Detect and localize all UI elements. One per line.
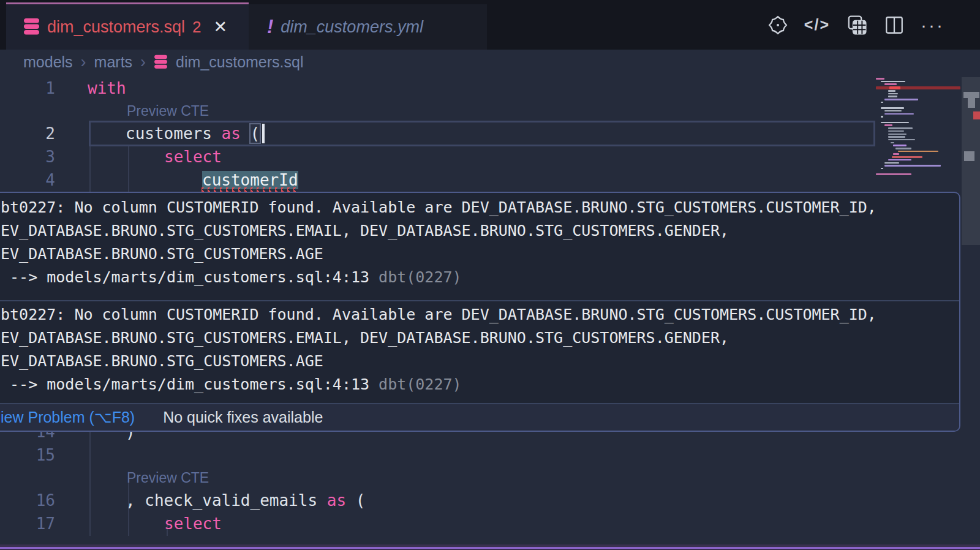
no-quick-fixes-text: No quick fixes available (163, 409, 323, 426)
diagnostic-source: dbt(0227) (379, 268, 461, 286)
scrollbar-selection-marker (963, 92, 979, 98)
code-line-4: 4 customerId (0, 168, 980, 192)
warning-icon: ! (267, 16, 273, 38)
error-token-customerid[interactable]: customerId (202, 171, 298, 189)
code-line-15: 15 (0, 443, 980, 467)
database-icon (154, 55, 168, 70)
minimap-row (888, 127, 913, 129)
close-icon[interactable]: ✕ (214, 17, 228, 37)
tab-bar: dim_customers.sql 2 ✕ ! dim_customers.ym… (0, 0, 980, 50)
matched-bracket: ( (251, 124, 260, 143)
minimap-row (884, 162, 899, 164)
line-number: 1 (0, 77, 55, 100)
minimap[interactable] (876, 77, 962, 191)
preview-cte-codelens[interactable]: Preview CTE (127, 100, 209, 122)
line-number: 15 (0, 443, 55, 467)
diagnostic-text: bt0227: No column CUSTOMERID found. Avai… (1, 303, 876, 326)
line-number: 3 (0, 145, 55, 168)
minimap-row (898, 151, 938, 153)
preview-cte-codelens[interactable]: Preview CTE (127, 467, 209, 489)
split-editor-icon[interactable] (884, 15, 905, 36)
tab-label: dim_customers.sql (47, 18, 185, 37)
tab-error-count-badge: 2 (192, 18, 201, 37)
tab-dim-customers-yml[interactable]: ! dim_customers.yml (249, 4, 487, 50)
query-results-icon[interactable] (846, 14, 868, 36)
minimap-row (893, 153, 899, 155)
database-icon (23, 18, 40, 36)
vscode-window: dim_customers.sql 2 ✕ ! dim_customers.ym… (0, 0, 980, 550)
scrollbar-selection-marker (964, 151, 974, 161)
minimap-row (891, 142, 894, 144)
minimap-row (876, 78, 884, 80)
minimap-row (888, 139, 915, 141)
compile-sql-icon[interactable]: </> (804, 16, 830, 34)
minimap-row (876, 86, 960, 89)
editor-actions-toolbar: </> ··· (767, 0, 980, 50)
minimap-row (884, 83, 897, 85)
minimap-row (881, 168, 883, 170)
minimap-row (888, 159, 911, 161)
dbt-icon[interactable] (767, 15, 788, 36)
minimap-row (895, 148, 911, 149)
diagnostic-text: EV_DATABASE.BRUNO.STG_CUSTOMERS.EMAIL, D… (1, 326, 729, 350)
line-number: 4 (0, 168, 55, 192)
chevron-right-icon: › (81, 53, 86, 72)
code-line-16: 16 , check_valid_emails as ( (0, 489, 980, 512)
minimap-row (881, 107, 904, 109)
error-squiggle (202, 187, 298, 192)
minimap-row (888, 136, 905, 138)
minimap-row (881, 102, 883, 104)
diagnostic-source: dbt(0227) (379, 375, 461, 393)
code-line-1: 1 with (0, 77, 980, 100)
minimap-row (881, 122, 909, 124)
minimap-row (884, 124, 892, 126)
text-cursor (262, 124, 265, 143)
breadcrumb-item-file[interactable]: dim_customers.sql (176, 53, 303, 71)
code-line-3: 3 select (0, 145, 980, 168)
diagnostic-path: --> models/marts/dim_customers.sql:4:13 … (1, 373, 462, 396)
minimap-row (876, 173, 911, 175)
minimap-row (881, 81, 905, 83)
diagnostic-text: EV_DATABASE.BRUNO.STG_CUSTOMERS.EMAIL, D… (1, 219, 729, 243)
scrollbar-error-marker (973, 111, 980, 119)
diagnostic-hover-popup: bt0227: No column CUSTOMERID found. Avai… (0, 192, 960, 432)
diagnostic-text: EV_DATABASE.BRUNO.STG_CUSTOMERS.AGE (1, 243, 323, 266)
tab-dim-customers-sql[interactable]: dim_customers.sql 2 ✕ (6, 4, 249, 50)
more-actions-icon[interactable]: ··· (921, 15, 944, 36)
popup-footer: iew Problem (⌥F8) No quick fixes availab… (0, 403, 959, 431)
minimap-row (889, 86, 900, 89)
code-line-17: 17 select (0, 512, 980, 535)
line-number: 2 (0, 122, 55, 145)
diagnostic-text: bt0227: No column CUSTOMERID found. Avai… (1, 196, 876, 219)
minimap-row (884, 99, 918, 100)
popup-divider (0, 300, 959, 301)
minimap-row (892, 156, 922, 158)
minimap-row (884, 110, 902, 112)
line-number: 16 (0, 489, 55, 512)
minimap-row (888, 134, 907, 135)
minimap-row (888, 90, 895, 92)
minimap-row (884, 165, 941, 167)
view-problem-link[interactable]: iew Problem (⌥F8) (1, 409, 135, 426)
minimap-row (888, 96, 897, 97)
diagnostic-path: --> models/marts/dim_customers.sql:4:13 … (1, 266, 462, 289)
chevron-right-icon: › (140, 53, 146, 72)
code-line-2: 2 customers as ( (0, 122, 980, 145)
minimap-row (893, 145, 907, 146)
breadcrumb: models › marts › dim_customers.sql (0, 50, 980, 75)
diagnostic-text: EV_DATABASE.BRUNO.STG_CUSTOMERS.AGE (1, 350, 323, 373)
minimap-row (881, 116, 883, 118)
scrollbar-selection-marker (968, 98, 975, 108)
minimap-row (888, 93, 898, 95)
breadcrumb-item-marts[interactable]: marts (94, 53, 133, 71)
breadcrumb-item-models[interactable]: models (23, 53, 73, 71)
minimap-row (888, 130, 904, 132)
tab-label: dim_customers.yml (281, 18, 423, 37)
minimap-row (884, 113, 914, 115)
line-number: 17 (0, 512, 55, 535)
